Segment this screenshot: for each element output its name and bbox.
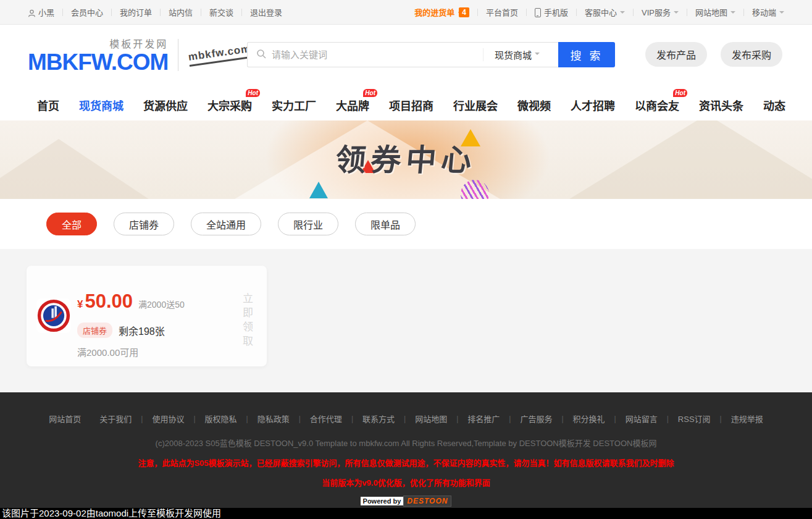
footer-link-rss[interactable]: RSS订阅 (678, 413, 711, 424)
footer-link-points[interactable]: 积分换礼 (573, 413, 605, 424)
footer-link-privacy[interactable]: 隐私政策 (257, 413, 290, 424)
divider: | (246, 415, 248, 423)
coupon-condition-short: 满2000送50 (138, 298, 185, 310)
coupon-condition-full: 满2000.00可用 (77, 345, 185, 358)
page: 小黑 会员中心 我的订单 站内信 新交谈 退出登录 我的进货单 4 平台首页 手… (0, 0, 812, 519)
divider: | (193, 415, 195, 423)
filter-tab-all[interactable]: 全部 (46, 213, 97, 235)
topbar-messages[interactable]: 站内信 (169, 6, 193, 18)
vip-service-dropdown[interactable]: VIP服务 (642, 6, 679, 18)
mobile-dropdown[interactable]: 移动端 (752, 6, 784, 18)
banner-decor-triangle (0, 139, 161, 199)
nav-item-dynamics[interactable]: 动态 (763, 97, 785, 113)
logo-subtitle: 模板开发网 (28, 36, 168, 51)
filter-tab-sitewide[interactable]: 全站通用 (191, 213, 261, 235)
footer-link-report[interactable]: 违规举报 (731, 413, 763, 424)
sitemap-dropdown[interactable]: 网站地图 (695, 6, 735, 18)
coupon-center-banner: 领券中心 (0, 120, 812, 199)
platform-home-link[interactable]: 平台首页 (486, 6, 518, 18)
footer: 网站首页 关于我们 | 使用协议 | 版权隐私 | 隐私政策 | 合作代理 | … (0, 392, 812, 508)
footer-copyright: (c)2008-2023 S05蓝色模板 DESTOON_v9.0 Templa… (0, 437, 812, 449)
nav-item-bulk-purchase[interactable]: 大宗采购Hot (207, 97, 252, 113)
nav-item-mall[interactable]: 现货商城 (79, 97, 123, 113)
topbar-right: 我的进货单 4 平台首页 手机版 客服中心 VIP服务 网站地图 移动端 (414, 6, 784, 18)
currency-symbol: ¥ (77, 298, 83, 311)
purchase-list-label: 我的进货单 (414, 6, 454, 18)
nav-item-factory[interactable]: 实力工厂 (272, 97, 316, 113)
shop-emblem-icon (37, 299, 70, 332)
publish-purchase-button[interactable]: 发布采购 (721, 42, 782, 67)
mobile-version-link[interactable]: 手机版 (535, 6, 568, 18)
divider (526, 9, 527, 16)
nav-item-video[interactable]: 微视频 (517, 97, 551, 113)
nav-item-jobs[interactable]: 人才招聘 (571, 97, 615, 113)
search-input[interactable] (272, 49, 483, 60)
footer-notice-1: 注意，此站点为S05模板演示站，已经屏蔽搜索引擎访问，所有信息仅做测试用途，不保… (0, 457, 812, 468)
footer-link-terms[interactable]: 使用协议 (152, 413, 184, 424)
destoon-logo: DESTOON (403, 496, 451, 507)
divider: | (404, 415, 406, 423)
powered-by-badge[interactable]: Powered by DESTOON (361, 496, 452, 506)
filter-tab-industry[interactable]: 限行业 (278, 213, 338, 235)
divider: | (614, 415, 616, 423)
footer-link-about[interactable]: 关于我们 (99, 413, 132, 424)
divider: | (667, 415, 669, 423)
divider: | (561, 415, 563, 423)
logo[interactable]: 模板开发网 MBKFW.COM mbkfw.com (28, 36, 251, 74)
footer-link-agency[interactable]: 合作代理 (310, 413, 342, 424)
publish-product-button[interactable]: 发布产品 (645, 42, 707, 67)
search-category-select[interactable]: 现货商城 (483, 48, 550, 61)
coupon-price-row: ¥ 50.00 满2000送50 (77, 290, 185, 313)
nav-item-investment[interactable]: 项目招商 (389, 97, 433, 113)
nav-item-home[interactable]: 首页 (37, 97, 59, 113)
divider: | (456, 415, 458, 423)
divider (62, 9, 63, 16)
nav-item-exhibition[interactable]: 行业展会 (453, 97, 498, 113)
publish-buttons: 发布产品 发布采购 (632, 42, 782, 67)
coupon-card[interactable]: ¥ 50.00 满2000送50 店铺券 剩余198张 满2000.00可用 立… (27, 266, 267, 366)
logo-text: 模板开发网 MBKFW.COM (28, 36, 168, 74)
banner-decor-triangle (546, 120, 812, 199)
topbar-logout[interactable]: 退出登录 (250, 6, 282, 18)
chevron-down-icon (535, 53, 540, 57)
nav-item-news[interactable]: 资讯头条 (699, 97, 743, 113)
topbar-new-chat[interactable]: 新交谈 (209, 6, 233, 18)
topbar: 小黑 会员中心 我的订单 站内信 新交谈 退出登录 我的进货单 4 平台首页 手… (0, 0, 812, 25)
filter-tab-shop-coupon[interactable]: 店铺券 (114, 213, 174, 235)
divider: | (720, 415, 722, 423)
coupon-type-badge: 店铺券 (77, 323, 112, 338)
divider: | (351, 415, 353, 423)
topbar-member-center[interactable]: 会员中心 (71, 6, 103, 18)
purchase-list-link[interactable]: 我的进货单 4 (414, 6, 469, 18)
chevron-down-icon (730, 11, 735, 16)
footer-link-ads[interactable]: 广告服务 (520, 413, 552, 424)
topbar-my-orders[interactable]: 我的订单 (120, 6, 152, 18)
nav-item-supply[interactable]: 货源供应 (143, 97, 188, 113)
filter-tab-single-item[interactable]: 限单品 (355, 213, 416, 235)
nav-item-brands[interactable]: 大品牌Hot (336, 97, 369, 113)
divider: | (299, 415, 301, 423)
claim-coupon-button[interactable]: 立即领取 (239, 293, 254, 350)
footer-link-ranking[interactable]: 排名推广 (467, 413, 500, 424)
divider: | (509, 415, 511, 423)
footer-link-sitemap[interactable]: 网站地图 (415, 413, 447, 424)
nav-item-business-friends[interactable]: 以商会友Hot (635, 97, 679, 113)
search-bar: 现货商城 搜 索 (247, 42, 615, 67)
person-icon (28, 9, 36, 17)
coupon-badge-row: 店铺券 剩余198张 (77, 323, 185, 338)
footer-link-copyright[interactable]: 版权隐私 (205, 413, 237, 424)
hot-badge: Hot (673, 89, 687, 97)
footer-link-guestbook[interactable]: 网站留言 (626, 413, 658, 424)
topbar-left: 小黑 会员中心 我的订单 站内信 新交谈 退出登录 (28, 6, 282, 18)
search-button[interactable]: 搜 索 (558, 42, 615, 67)
watermark-bar: 该图片于2023-09-02由taomodi上传至模板开发网使用 (0, 508, 812, 519)
hot-badge: Hot (363, 89, 377, 97)
footer-link-home[interactable]: 网站首页 (49, 413, 81, 424)
footer-links: 网站首页 关于我们 | 使用协议 | 版权隐私 | 隐私政策 | 合作代理 | … (0, 413, 812, 424)
phone-icon (535, 8, 541, 17)
banner-title: 领券中心 (333, 135, 478, 179)
logo-title: MBKFW.COM (28, 51, 168, 74)
customer-service-dropdown[interactable]: 客服中心 (585, 6, 625, 18)
footer-link-contact[interactable]: 联系方式 (362, 413, 395, 424)
user-link[interactable]: 小黑 (28, 6, 54, 18)
